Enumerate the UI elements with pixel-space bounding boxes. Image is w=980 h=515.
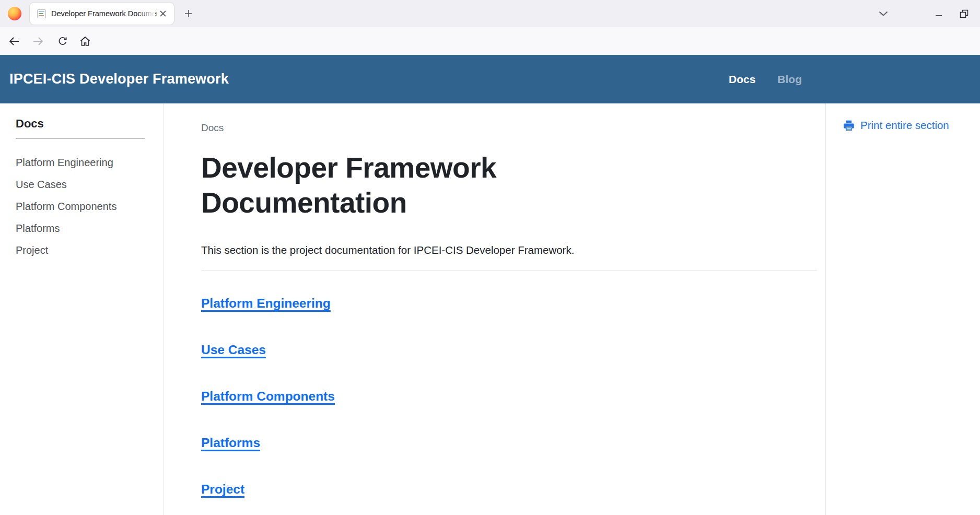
firefox-logo-icon[interactable] <box>8 7 21 20</box>
intro-text: This section is the project documentatio… <box>201 244 817 256</box>
sidebar-item-platform-engineering[interactable]: Platform Engineering <box>16 151 153 173</box>
page-favicon-icon <box>37 9 46 18</box>
site-title[interactable]: IPCEI-CIS Developer Framework <box>9 71 229 87</box>
section-link-use-cases[interactable]: Use Cases <box>201 343 817 357</box>
list-tabs-chevron-icon[interactable] <box>874 5 892 22</box>
back-button[interactable] <box>5 32 23 50</box>
new-tab-button[interactable] <box>182 7 195 20</box>
browser-window: Developer Framework Documentation <box>0 0 980 515</box>
section-link-project[interactable]: Project <box>201 482 817 497</box>
sidebar-divider <box>16 138 145 139</box>
breadcrumb[interactable]: Docs <box>201 122 817 134</box>
main-content: Docs Developer Framework Documentation T… <box>201 103 817 515</box>
section-link-platform-engineering[interactable]: Platform Engineering <box>201 296 817 311</box>
navigation-toolbar: localhost:1313/docs/ 117% Z <box>0 27 980 55</box>
right-column: Print entire section <box>825 103 980 515</box>
minimize-button[interactable] <box>930 5 948 22</box>
section-link-platform-components[interactable]: Platform Components <box>201 389 817 404</box>
page-title: Developer Framework Documentation <box>201 150 671 220</box>
browser-tab[interactable]: Developer Framework Documentation <box>30 3 174 25</box>
content-divider <box>201 271 817 271</box>
forward-button[interactable] <box>29 32 47 50</box>
home-button[interactable] <box>76 32 94 50</box>
nav-docs-link[interactable]: Docs <box>729 73 755 86</box>
page-content: Docs Platform Engineering Use Cases Plat… <box>0 103 980 515</box>
tab-title-fade <box>137 9 155 19</box>
sidebar-item-platform-components[interactable]: Platform Components <box>16 195 153 217</box>
docs-sidebar: Docs Platform Engineering Use Cases Plat… <box>0 103 164 515</box>
nav-blog-link[interactable]: Blog <box>777 73 802 86</box>
sidebar-item-project[interactable]: Project <box>16 239 153 261</box>
print-section-link[interactable]: Print entire section <box>843 119 980 132</box>
sidebar-heading: Docs <box>16 117 153 131</box>
tab-close-icon[interactable] <box>157 8 169 19</box>
restore-window-button[interactable] <box>955 5 973 22</box>
section-link-platforms[interactable]: Platforms <box>201 436 817 450</box>
tab-strip: Developer Framework Documentation <box>0 0 980 27</box>
site-header: IPCEI-CIS Developer Framework Docs Blog <box>0 55 980 103</box>
window-controls <box>874 0 980 27</box>
printer-icon <box>843 120 855 132</box>
sidebar-item-use-cases[interactable]: Use Cases <box>16 173 153 195</box>
reload-button[interactable] <box>54 32 72 50</box>
print-section-label: Print entire section <box>860 119 949 132</box>
sidebar-item-platforms[interactable]: Platforms <box>16 217 153 239</box>
site-nav: Docs Blog <box>729 55 802 103</box>
section-link-list: Platform Engineering Use Cases Platform … <box>201 296 817 497</box>
sidebar-nav: Platform Engineering Use Cases Platform … <box>16 151 153 261</box>
